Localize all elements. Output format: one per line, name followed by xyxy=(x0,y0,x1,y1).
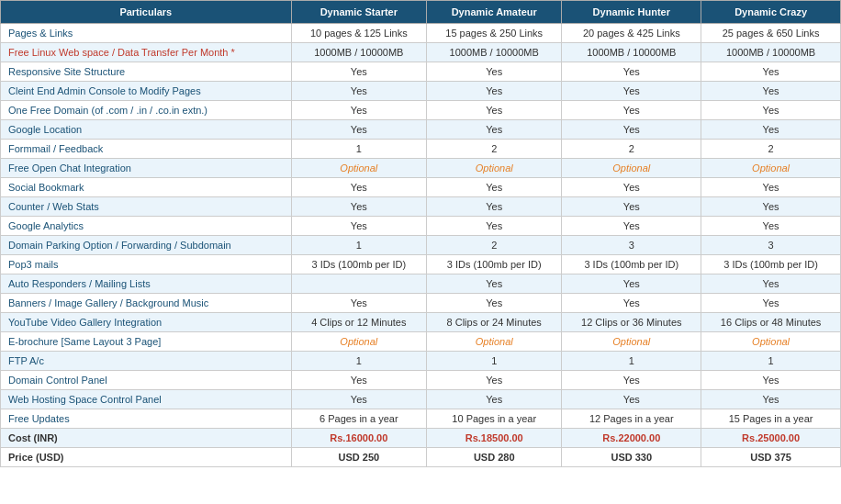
cell-starter: Optional xyxy=(291,159,426,178)
cell-starter: USD 250 xyxy=(291,448,426,467)
cell-particulars: Domain Control Panel xyxy=(1,371,292,390)
cell-starter: 1 xyxy=(291,236,426,255)
cell-particulars: Free Open Chat Integration xyxy=(1,159,292,178)
cell-crazy: USD 375 xyxy=(701,448,841,467)
table-row: Price (USD)USD 250USD 280USD 330USD 375 xyxy=(1,448,841,467)
header-amateur: Dynamic Amateur xyxy=(427,1,562,24)
cell-hunter: Yes xyxy=(562,390,701,409)
table-row: Pages & Links10 pages & 125 Links15 page… xyxy=(1,24,841,43)
table-row: E-brochure [Same Layout 3 Page]OptionalO… xyxy=(1,332,841,352)
table-row: Responsive Site StructureYesYesYesYes xyxy=(1,62,841,82)
cell-starter: Yes xyxy=(291,294,426,313)
cell-hunter: 1 xyxy=(562,352,701,371)
pricing-table: Particulars Dynamic Starter Dynamic Amat… xyxy=(0,0,841,467)
cell-particulars: Free Linux Web space / Data Transfer Per… xyxy=(1,43,292,62)
cell-amateur: USD 280 xyxy=(427,448,562,467)
table-row: Free Linux Web space / Data Transfer Per… xyxy=(1,43,841,62)
cell-hunter: Yes xyxy=(562,62,701,82)
header-hunter: Dynamic Hunter xyxy=(562,1,701,24)
cell-crazy: Yes xyxy=(701,294,841,313)
cell-hunter: Yes xyxy=(562,294,701,313)
cell-hunter: Yes xyxy=(562,274,701,294)
cell-starter: Yes xyxy=(291,120,426,140)
table-row: Banners / Image Gallery / Background Mus… xyxy=(1,294,841,313)
cell-amateur: Yes xyxy=(427,178,562,197)
cell-amateur: Yes xyxy=(427,82,562,101)
cell-hunter: USD 330 xyxy=(562,448,701,467)
cell-particulars: E-brochure [Same Layout 3 Page] xyxy=(1,332,292,352)
cell-particulars: Responsive Site Structure xyxy=(1,62,292,82)
cell-particulars: One Free Domain (of .com / .in / .co.in … xyxy=(1,101,292,120)
table-row: One Free Domain (of .com / .in / .co.in … xyxy=(1,101,841,120)
cell-hunter: 20 pages & 425 Links xyxy=(562,24,701,43)
cell-crazy: Optional xyxy=(701,159,841,178)
cell-starter: Yes xyxy=(291,197,426,217)
cell-starter: Yes xyxy=(291,371,426,390)
header-starter: Dynamic Starter xyxy=(291,1,426,24)
cell-starter: 1 xyxy=(291,352,426,371)
cell-amateur: 2 xyxy=(427,140,562,159)
cell-hunter: Yes xyxy=(562,120,701,140)
cell-particulars: Domain Parking Option / Forwarding / Sub… xyxy=(1,236,292,255)
cell-hunter: 3 IDs (100mb per ID) xyxy=(562,255,701,274)
cell-starter: Yes xyxy=(291,178,426,197)
table-row: Domain Parking Option / Forwarding / Sub… xyxy=(1,236,841,255)
table-row: Pop3 mails3 IDs (100mb per ID)3 IDs (100… xyxy=(1,255,841,274)
cell-particulars: FTP A/c xyxy=(1,352,292,371)
cell-hunter: 2 xyxy=(562,140,701,159)
cell-hunter: 3 xyxy=(562,236,701,255)
cell-starter: 4 Clips or 12 Minutes xyxy=(291,313,426,332)
cell-crazy: Yes xyxy=(701,371,841,390)
cell-particulars: Price (USD) xyxy=(1,448,292,467)
cell-crazy: Yes xyxy=(701,197,841,217)
cell-hunter: 12 Pages in a year xyxy=(562,409,701,429)
cell-amateur: 15 pages & 250 Links xyxy=(427,24,562,43)
cell-amateur: 2 xyxy=(427,236,562,255)
cell-hunter: 12 Clips or 36 Minutes xyxy=(562,313,701,332)
cell-hunter: Rs.22000.00 xyxy=(562,429,701,448)
cell-crazy: Yes xyxy=(701,62,841,82)
cell-hunter: Yes xyxy=(562,82,701,101)
cell-crazy: 15 Pages in a year xyxy=(701,409,841,429)
cell-starter: Yes xyxy=(291,101,426,120)
cell-particulars: Free Updates xyxy=(1,409,292,429)
cell-hunter: 1000MB / 10000MB xyxy=(562,43,701,62)
cell-amateur: Yes xyxy=(427,101,562,120)
cell-crazy: Yes xyxy=(701,120,841,140)
cell-hunter: Optional xyxy=(562,159,701,178)
table-row: Web Hosting Space Control PanelYesYesYes… xyxy=(1,390,841,409)
table-row: FTP A/c1111 xyxy=(1,352,841,371)
cell-amateur: Yes xyxy=(427,62,562,82)
cell-starter: Yes xyxy=(291,82,426,101)
cell-crazy: 3 IDs (100mb per ID) xyxy=(701,255,841,274)
cell-amateur: Optional xyxy=(427,332,562,352)
pricing-table-wrapper: Particulars Dynamic Starter Dynamic Amat… xyxy=(0,0,841,467)
cell-starter: Yes xyxy=(291,217,426,236)
cell-particulars: Google Analytics xyxy=(1,217,292,236)
cell-starter xyxy=(291,274,426,294)
cell-crazy: Yes xyxy=(701,217,841,236)
cell-starter: Yes xyxy=(291,62,426,82)
cell-crazy: 16 Clips or 48 Minutes xyxy=(701,313,841,332)
cell-hunter: Yes xyxy=(562,217,701,236)
header-row: Particulars Dynamic Starter Dynamic Amat… xyxy=(1,1,841,24)
cell-crazy: Yes xyxy=(701,178,841,197)
cell-particulars: Cleint End Admin Console to Modify Pages xyxy=(1,82,292,101)
cell-crazy: Optional xyxy=(701,332,841,352)
table-row: Social BookmarkYesYesYesYes xyxy=(1,178,841,197)
cell-crazy: Rs.25000.00 xyxy=(701,429,841,448)
cell-amateur: 3 IDs (100mb per ID) xyxy=(427,255,562,274)
table-row: Free Open Chat IntegrationOptionalOption… xyxy=(1,159,841,178)
cell-particulars: Pop3 mails xyxy=(1,255,292,274)
cell-starter: 6 Pages in a year xyxy=(291,409,426,429)
cell-hunter: Yes xyxy=(562,178,701,197)
cell-amateur: Yes xyxy=(427,120,562,140)
cell-particulars: YouTube Video Gallery Integration xyxy=(1,313,292,332)
cell-amateur: Yes xyxy=(427,371,562,390)
cell-crazy: Yes xyxy=(701,274,841,294)
cell-starter: 3 IDs (100mb per ID) xyxy=(291,255,426,274)
table-row: Formmail / Feedback1222 xyxy=(1,140,841,159)
cell-crazy: 2 xyxy=(701,140,841,159)
cell-starter: Yes xyxy=(291,390,426,409)
cell-particulars: Google Location xyxy=(1,120,292,140)
